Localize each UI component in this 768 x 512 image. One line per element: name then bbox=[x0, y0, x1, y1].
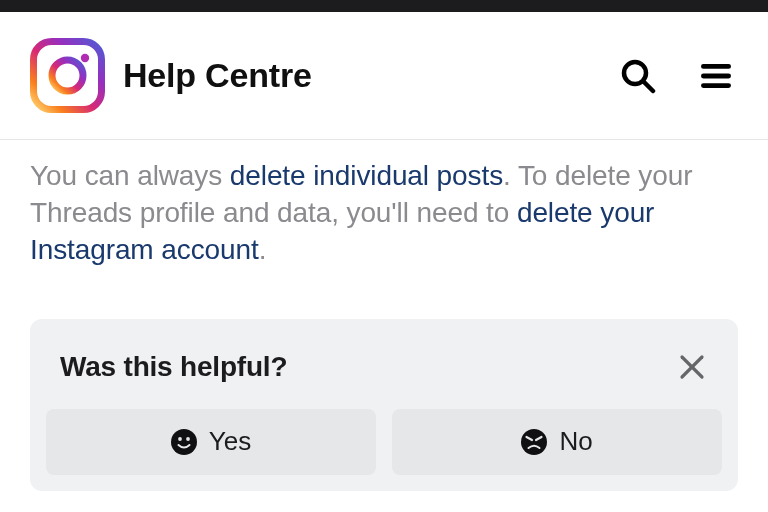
close-button[interactable] bbox=[676, 351, 708, 383]
svg-point-10 bbox=[171, 429, 197, 455]
feedback-header: Was this helpful? bbox=[46, 351, 722, 409]
frown-icon bbox=[521, 429, 547, 455]
svg-rect-7 bbox=[701, 83, 731, 88]
no-label: No bbox=[559, 426, 592, 457]
instagram-logo bbox=[30, 38, 105, 113]
svg-line-4 bbox=[644, 82, 653, 91]
svg-point-13 bbox=[521, 429, 547, 455]
header: Help Centre bbox=[0, 12, 768, 140]
yes-button[interactable]: Yes bbox=[46, 409, 376, 475]
yes-label: Yes bbox=[209, 426, 251, 457]
body-paragraph: You can always delete individual posts. … bbox=[30, 158, 738, 269]
page-title: Help Centre bbox=[123, 56, 594, 95]
svg-point-2 bbox=[81, 54, 89, 62]
smile-icon bbox=[171, 429, 197, 455]
svg-rect-0 bbox=[34, 42, 102, 110]
hamburger-icon bbox=[701, 62, 731, 90]
feedback-buttons: Yes No bbox=[46, 409, 722, 475]
svg-rect-5 bbox=[701, 64, 731, 69]
body-text: . bbox=[259, 234, 267, 265]
feedback-title: Was this helpful? bbox=[60, 351, 287, 383]
svg-point-1 bbox=[52, 60, 83, 91]
svg-point-12 bbox=[186, 437, 190, 441]
body-text: You can always bbox=[30, 160, 230, 191]
link-delete-individual-posts[interactable]: delete individual posts bbox=[230, 160, 503, 191]
close-icon bbox=[679, 354, 705, 380]
no-button[interactable]: No bbox=[392, 409, 722, 475]
menu-button[interactable] bbox=[694, 54, 738, 98]
svg-rect-6 bbox=[701, 73, 731, 78]
status-bar bbox=[0, 0, 768, 12]
search-icon bbox=[620, 58, 656, 94]
content: You can always delete individual posts. … bbox=[0, 140, 768, 269]
svg-point-11 bbox=[178, 437, 182, 441]
search-button[interactable] bbox=[616, 54, 660, 98]
feedback-box: Was this helpful? Yes No bbox=[30, 319, 738, 491]
